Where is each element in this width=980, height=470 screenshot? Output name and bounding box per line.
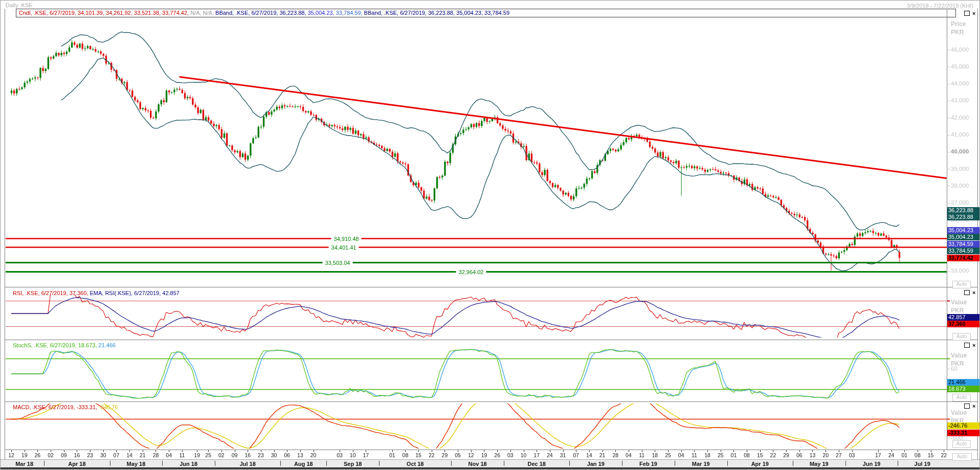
main-tick-label: 45,000 <box>951 63 969 70</box>
main-tick-label: 38,000 <box>951 183 969 189</box>
macd-auto-button[interactable]: Auto <box>952 440 971 448</box>
day-tick-label: 06 <box>796 452 803 458</box>
day-tick-label: 01 <box>389 452 395 458</box>
day-tick-label: 03 <box>507 452 514 458</box>
month-separator <box>162 461 163 466</box>
restore-icon[interactable] <box>964 404 970 409</box>
day-tick-label: 25 <box>665 452 671 458</box>
main-auto-button[interactable]: Auto <box>952 281 971 288</box>
month-separator <box>215 461 215 466</box>
day-tick-label: 08 <box>403 452 409 458</box>
stoch-auto-button[interactable]: Auto <box>952 394 971 401</box>
legend-segment: N/A, N/A, <box>190 10 215 16</box>
day-tick-label: 21 <box>140 452 146 458</box>
macd-price-badge: -333.31 <box>947 430 980 436</box>
month-label: Apr 19 <box>751 461 769 467</box>
day-tick-label: 24 <box>547 452 553 458</box>
macd-pane-window-icons[interactable]: × <box>964 404 975 409</box>
day-tick-label: 11 <box>692 452 697 458</box>
day-tick-label: 06 <box>284 452 290 458</box>
main-tick-label: 33,000 <box>951 267 969 274</box>
main-legend: Cndl, .KSE, 6/27/2019, 34,101.39, 34,261… <box>16 9 956 17</box>
main-tick-mark <box>947 50 950 50</box>
day-tick-label: 31 <box>560 452 566 458</box>
day-tick-label: 07 <box>573 452 579 458</box>
month-separator <box>326 461 327 466</box>
main-tick-mark <box>947 135 950 136</box>
window-title: Daily .KSE <box>6 2 33 8</box>
day-tick-label: 25 <box>205 452 211 458</box>
legend-segment: BBand, .KSE, 6/27/2019, 36,223.88, <box>215 10 307 16</box>
close-icon[interactable]: × <box>972 11 975 16</box>
month-label: Aug 18 <box>294 461 313 467</box>
day-tick-label: 04 <box>678 452 684 458</box>
main-tick-label: 44,000 <box>951 80 969 87</box>
day-tick-label: 29 <box>442 452 448 458</box>
main-pane-window-icons[interactable]: × <box>964 11 975 16</box>
day-tick-label: 14 <box>586 452 592 458</box>
month-label: Jun 18 <box>180 461 197 467</box>
month-separator <box>44 461 44 466</box>
month-separator <box>504 461 504 466</box>
day-tick-label: 30 <box>100 452 106 458</box>
stoch-pane-window-icons[interactable]: × <box>964 343 975 348</box>
restore-icon[interactable] <box>964 343 970 348</box>
month-separator <box>793 461 793 466</box>
main-price-badge: 33,784.59 <box>947 241 980 248</box>
day-tick-label: 04 <box>166 452 172 458</box>
legend-segment: RSI, .KSE, 6/27/2019, 37.360, <box>13 290 90 296</box>
day-tick-label: 10 <box>350 452 356 458</box>
legend-segment: BBand, .KSE, 6/27/2019, 36,223.88, 35,00… <box>364 10 509 16</box>
stoch-price-badge: 18.673 <box>947 386 980 392</box>
month-separator <box>727 461 728 466</box>
main-tick-mark <box>947 66 950 67</box>
day-tick-label: 30 <box>271 452 277 458</box>
main-tick-mark <box>947 186 950 186</box>
day-tick-label: 07 <box>114 452 120 458</box>
main-tick-mark <box>947 271 950 272</box>
main-price-badge: 36,223.88 <box>947 207 980 214</box>
day-tick-label: 15 <box>928 452 934 458</box>
main-tick-label: 42,000 <box>951 115 969 121</box>
day-tick-label: 26 <box>35 452 41 458</box>
day-tick-label: 11 <box>639 452 644 458</box>
main-price-badge: 33,774.42 <box>947 255 980 261</box>
month-separator <box>110 461 110 466</box>
day-tick-label: 15 <box>415 452 421 458</box>
close-icon[interactable]: × <box>972 343 975 348</box>
rsi-pane-window-icons[interactable]: × <box>964 290 975 295</box>
stoch-tick-mark <box>947 369 950 369</box>
chart-window: Daily .KSE 3/9/2018 - 7/22/2019 (KHI) Cn… <box>0 0 980 470</box>
main-price-badge: 35,004.23 <box>947 234 980 240</box>
month-label: Oct 18 <box>407 461 424 467</box>
month-separator <box>569 461 570 466</box>
day-tick-label: 17 <box>533 452 540 458</box>
day-tick-label: 09 <box>232 452 238 458</box>
day-tick-label: 19 <box>21 452 28 458</box>
month-separator <box>675 461 675 466</box>
day-tick-label: 13 <box>297 452 303 458</box>
day-tick-label: 16 <box>74 452 80 458</box>
day-tick-label: 20 <box>310 452 317 458</box>
macd-tick-mark <box>947 438 950 438</box>
legend-segment: StochS, .KSE, 6/27/2019, 18.673, <box>13 342 99 348</box>
close-icon[interactable]: × <box>972 290 975 295</box>
day-tick-label: 16 <box>244 452 251 458</box>
day-tick-label: 12 <box>8 452 14 458</box>
main-price-badge: 33,784.59 <box>947 248 980 254</box>
restore-icon[interactable] <box>964 290 970 295</box>
day-tick-label: 02 <box>48 452 54 458</box>
plot-left-border <box>5 9 5 467</box>
day-tick-label: 03 <box>849 452 855 458</box>
close-icon[interactable]: × <box>972 404 975 409</box>
stoch-tick-label: 60 <box>951 366 957 372</box>
main-tick-mark <box>947 84 950 84</box>
day-tick-row: 1219260209162330071421280411192502091623… <box>1 450 980 459</box>
day-tick-label: 04 <box>626 452 632 458</box>
rsi-auto-button[interactable]: Auto <box>952 333 971 341</box>
restore-icon[interactable] <box>964 11 970 16</box>
day-tick-label: 13 <box>810 452 816 458</box>
day-tick-label: 11 <box>179 452 185 458</box>
time-axis-auto-button[interactable]: Auto <box>952 453 972 461</box>
main-tick-label: 46,000 <box>951 47 969 53</box>
